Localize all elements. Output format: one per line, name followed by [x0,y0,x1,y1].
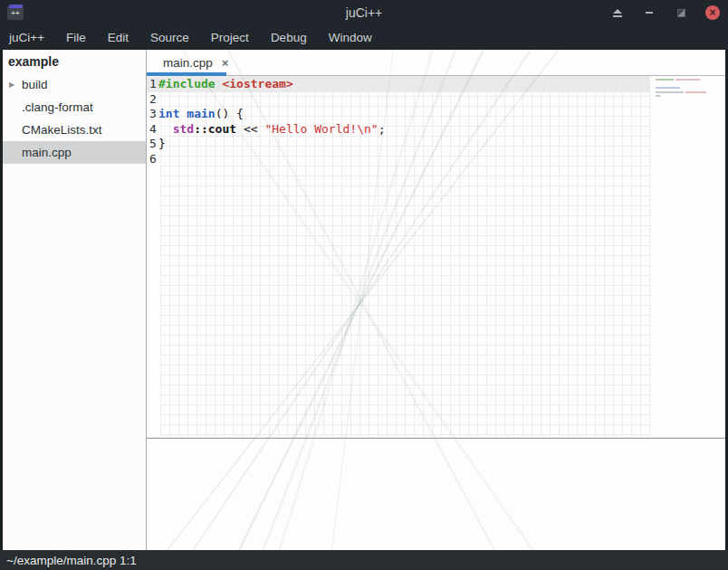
close-button[interactable]: × [704,5,721,21]
code-token: #include [158,77,216,92]
shade-button[interactable] [609,5,626,21]
app-icon-text: ++ [11,10,19,17]
minimap-line [656,91,724,93]
code-line: 6 [147,152,650,167]
code-token [158,122,173,138]
menu-item-source[interactable]: Source [150,31,189,44]
code-token: main [187,107,215,122]
minimap-segment [656,91,684,93]
line-number: 5 [147,137,158,152]
minimap-line [656,79,724,81]
status-bar: ~/example/main.cpp 1:1 [0,550,728,570]
menu-item-juci[interactable]: juCi++ [9,31,44,44]
close-icon: × [705,5,720,20]
terminal-panel[interactable] [147,439,725,550]
code-line: 1#include <iostream> [147,77,650,92]
menu-item-edit[interactable]: Edit [108,31,129,44]
minimap-line [656,83,724,85]
minimap-segment [656,79,674,81]
main-area: example ▶build.clang-formatCMakeLists.tx… [0,50,728,550]
code-token: <iostream> [222,77,292,92]
menu-item-file[interactable]: File [66,31,86,44]
code-token [179,107,187,122]
restore-button[interactable] [673,5,689,21]
tree-item-label: .clang-format [22,100,93,114]
sidebar: example ▶build.clang-formatCMakeLists.tx… [3,50,146,550]
line-number: 6 [147,152,158,167]
project-folder-name: example [3,50,146,73]
tab-main-cpp[interactable]: main.cpp × [147,50,239,75]
code-token: () { [216,107,244,122]
minimize-button[interactable] [641,5,657,21]
minimap-segment [656,95,660,97]
menu-item-window[interactable]: Window [329,31,372,44]
line-number: 1 [147,77,158,92]
tree-item-build[interactable]: ▶build [3,73,146,96]
minimap-segment [656,87,680,89]
code-line: 3int main() { [147,107,650,122]
line-number: 4 [147,122,158,138]
code-token [216,77,223,92]
code-token: << [236,122,264,138]
editor-column: main.cpp × 1#include <iostream>23int mai… [147,50,725,550]
code-token: } [158,137,166,152]
code-token: :: [194,122,208,138]
code-token: int [158,107,179,122]
shade-icon [613,9,622,17]
tree-item-label: CMakeLists.txt [22,123,102,137]
code-line: 2 [147,92,650,108]
minimap-line [656,95,724,97]
code-token: cout [208,122,236,138]
minimap-segment [685,91,706,93]
code-editor[interactable]: 1#include <iostream>23int main() {4 std:… [147,76,725,437]
tree-item-clang-format[interactable]: .clang-format [3,96,146,119]
restore-icon [677,9,685,17]
file-tree: ▶build.clang-formatCMakeLists.txtmain.cp… [3,73,146,164]
tab-bar: main.cpp × [147,50,725,76]
tree-item-label: main.cpp [22,146,72,159]
tab-label: main.cpp [163,56,213,70]
code-token: "Hello World!\n" [264,122,378,138]
code-line: 5} [147,137,650,152]
minimap-line [656,87,724,89]
status-file-position: ~/example/main.cpp 1:1 [6,554,137,567]
minimap-segment [675,79,700,81]
code-token: ; [378,122,386,138]
code-lines: 1#include <iostream>23int main() {4 std:… [147,77,650,167]
title-bar: ++ juCi++ × [0,0,728,25]
menu-item-debug[interactable]: Debug [271,31,307,44]
code-line: 4 std::cout << "Hello World!\n"; [147,122,650,138]
tab-close-icon[interactable]: × [222,57,229,69]
tree-item-main-cpp[interactable]: main.cpp [3,141,146,164]
minimap[interactable] [656,79,724,100]
tree-item-label: build [22,78,48,91]
expander-icon[interactable]: ▶ [9,81,22,89]
line-number: 2 [147,92,158,108]
tree-item-CMakeLists-txt[interactable]: CMakeLists.txt [3,119,146,141]
app-icon: ++ [7,6,24,20]
menu-item-project[interactable]: Project [211,31,249,44]
window-controls: × [609,0,721,25]
juci-window: ++ juCi++ × juCi++FileEditSourceProjectD… [0,0,728,570]
minimize-icon [646,12,653,14]
menubar: juCi++FileEditSourceProjectDebugWindow [0,25,728,50]
line-number: 3 [147,107,158,122]
code-token: std [173,122,194,138]
